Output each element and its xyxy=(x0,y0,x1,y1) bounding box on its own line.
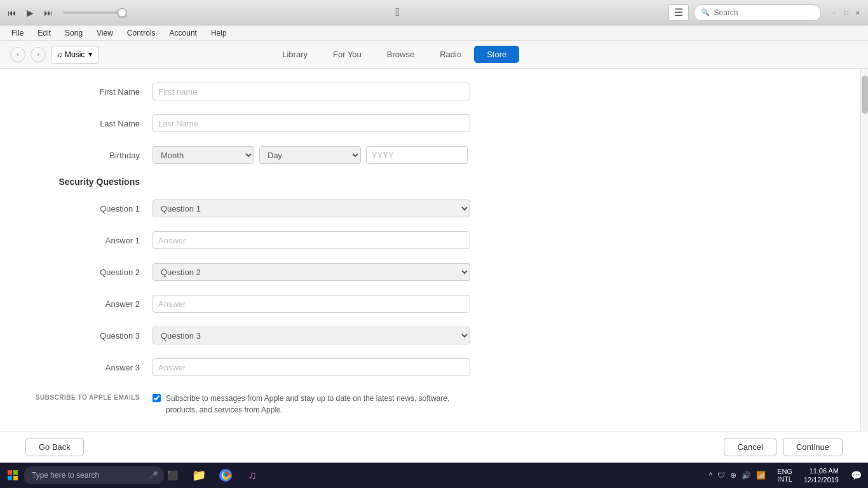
bottom-right-buttons: Cancel Continue xyxy=(724,438,843,456)
taskbar: 🎤 ⬛ 📁 ♫ ^ 🛡 ⊕ 🔊 📶 ENG INTL 1 xyxy=(0,463,868,488)
rewind-button[interactable]: ⏮ xyxy=(5,6,19,19)
taskbar-language[interactable]: ENG INTL xyxy=(773,468,796,483)
birthday-selectors: Month JanuaryFebruaryMarch AprilMayJune … xyxy=(153,146,470,164)
subscribe-content: Subscribe to messages from Apple and sta… xyxy=(153,393,470,416)
answer1-input[interactable] xyxy=(153,231,470,249)
notification-button[interactable]: 💬 xyxy=(846,464,865,487)
answer3-input[interactable] xyxy=(153,358,470,376)
tray-wifi-icon: 📶 xyxy=(756,471,766,480)
tab-store[interactable]: Store xyxy=(474,46,519,63)
question3-label: Question 3 xyxy=(25,331,153,341)
progress-thumb xyxy=(118,8,126,17)
birthday-row: Birthday Month JanuaryFebruaryMarch Apri… xyxy=(25,145,610,165)
taskbar-search-input[interactable] xyxy=(24,466,164,484)
task-view-icon: ⬛ xyxy=(167,470,178,480)
tray-volume-icon[interactable]: 🔊 xyxy=(742,471,751,480)
scrollbar[interactable] xyxy=(860,69,868,463)
tab-library[interactable]: Library xyxy=(269,46,320,63)
itunes-icon: ♫ xyxy=(248,469,257,482)
birthday-field: Month JanuaryFebruaryMarch AprilMayJune … xyxy=(153,146,470,164)
first-name-field xyxy=(153,83,470,100)
language-label: ENG xyxy=(777,468,792,475)
month-select[interactable]: Month JanuaryFebruaryMarch AprilMayJune … xyxy=(153,146,254,164)
tray-expand-icon[interactable]: ^ xyxy=(709,471,712,480)
svg-rect-3 xyxy=(13,476,18,480)
menu-file[interactable]: File xyxy=(5,27,30,39)
subscribe-checkbox[interactable] xyxy=(153,394,161,402)
last-name-label: Last Name xyxy=(25,119,153,128)
last-name-input[interactable] xyxy=(153,114,470,132)
title-bar-right: ☰ 🔍 − □ × xyxy=(668,4,863,21)
title-bar: ⏮ ▶ ⏭  ☰ 🔍 − □ × xyxy=(0,0,868,25)
subscribe-label: SUBSCRIBE TO APPLE EMAILS xyxy=(25,393,153,401)
maximize-button[interactable]: □ xyxy=(841,8,851,18)
tab-browse[interactable]: Browse xyxy=(374,46,427,63)
search-input[interactable] xyxy=(714,8,814,17)
fast-forward-button[interactable]: ⏭ xyxy=(41,6,55,19)
svg-rect-0 xyxy=(8,470,12,475)
question2-select[interactable]: Question 2 xyxy=(153,263,470,281)
menu-controls[interactable]: Controls xyxy=(121,27,162,39)
tray-security-icon: 🛡 xyxy=(717,471,725,480)
source-chevron-icon: ▼ xyxy=(87,51,93,58)
title-bar-center:  xyxy=(395,6,400,19)
menu-view[interactable]: View xyxy=(90,27,119,39)
taskbar-chrome[interactable] xyxy=(213,464,238,487)
answer2-field xyxy=(153,295,470,313)
first-name-input[interactable] xyxy=(153,83,470,100)
source-selector[interactable]: ♫ Music ▼ xyxy=(51,46,99,64)
question3-field: Question 3 xyxy=(153,327,470,344)
taskbar-file-explorer[interactable]: 📁 xyxy=(186,464,212,487)
birthday-label: Birthday xyxy=(25,151,153,160)
nav-forward-button[interactable]: › xyxy=(31,47,46,62)
day-select[interactable]: Day 1234 5678 910 xyxy=(259,146,361,164)
first-name-row: First Name xyxy=(25,81,610,102)
menu-bar: File Edit Song View Controls Account Hel… xyxy=(0,25,868,41)
question1-label: Question 1 xyxy=(25,204,153,214)
search-icon: 🔍 xyxy=(701,8,710,17)
last-name-row: Last Name xyxy=(25,113,610,133)
answer2-row: Answer 2 xyxy=(25,294,610,314)
nav-tabs: Library For You Browse Radio Store xyxy=(269,46,519,63)
menu-list-button[interactable]: ☰ xyxy=(668,4,689,21)
question2-row: Question 2 Question 2 xyxy=(25,262,610,282)
continue-button[interactable]: Continue xyxy=(783,438,843,456)
progress-track[interactable] xyxy=(63,11,126,14)
menu-edit[interactable]: Edit xyxy=(31,27,57,39)
title-bar-left: ⏮ ▶ ⏭ xyxy=(5,6,126,19)
nav-back-button[interactable]: ‹ xyxy=(10,47,25,62)
subscribe-row: SUBSCRIBE TO APPLE EMAILS Subscribe to m… xyxy=(25,393,610,416)
form-container: First Name Last Name Birthday Month Janu… xyxy=(0,69,635,463)
nav-bar: ‹ › ♫ Music ▼ Library For You Browse Rad… xyxy=(0,41,868,69)
window-controls: − □ × xyxy=(829,8,863,18)
question1-select[interactable]: Question 1 xyxy=(153,200,470,217)
source-label: Music xyxy=(65,50,85,59)
menu-song[interactable]: Song xyxy=(58,27,89,39)
answer3-field xyxy=(153,358,470,376)
bottom-action-bar: Go Back Cancel Continue xyxy=(0,431,868,463)
answer2-input[interactable] xyxy=(153,295,470,313)
play-button[interactable]: ▶ xyxy=(24,6,36,19)
cancel-button[interactable]: Cancel xyxy=(724,438,776,456)
music-note-icon: ♫ xyxy=(57,50,62,59)
question3-row: Question 3 Question 3 xyxy=(25,325,610,346)
taskbar-search-area: 🎤 xyxy=(24,466,158,484)
tray-network-icon: ⊕ xyxy=(730,471,736,480)
close-button[interactable]: × xyxy=(853,8,863,18)
go-back-button[interactable]: Go Back xyxy=(25,438,84,456)
apple-logo-icon:  xyxy=(395,6,400,19)
question3-select[interactable]: Question 3 xyxy=(153,327,470,344)
year-input[interactable] xyxy=(366,146,468,164)
taskbar-itunes[interactable]: ♫ xyxy=(240,464,265,487)
first-name-label: First Name xyxy=(25,87,153,97)
answer2-label: Answer 2 xyxy=(25,299,153,309)
taskbar-clock[interactable]: 11:06 AM 12/12/2019 xyxy=(799,466,844,485)
menu-help[interactable]: Help xyxy=(205,27,233,39)
start-button[interactable] xyxy=(3,468,23,483)
answer3-row: Answer 3 xyxy=(25,357,610,377)
minimize-button[interactable]: − xyxy=(829,8,839,18)
tab-for-you[interactable]: For You xyxy=(320,46,374,63)
menu-account[interactable]: Account xyxy=(163,27,203,39)
scrollbar-thumb[interactable] xyxy=(862,76,868,114)
tab-radio[interactable]: Radio xyxy=(427,46,474,63)
